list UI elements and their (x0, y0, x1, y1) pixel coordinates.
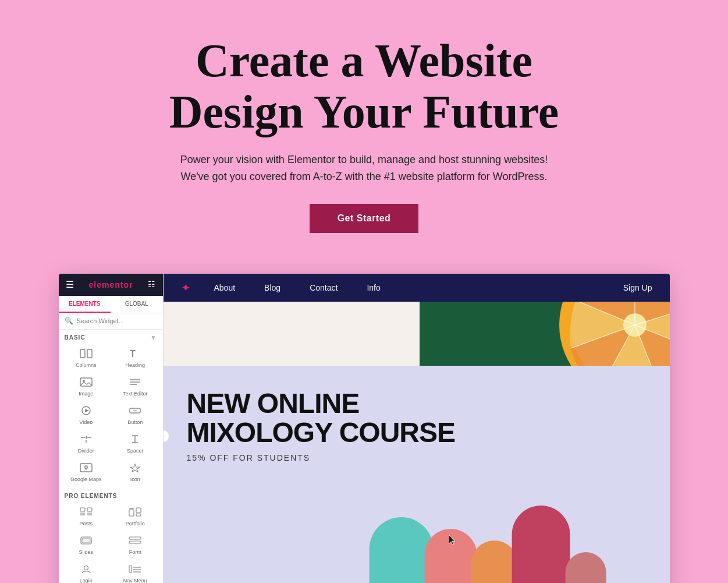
site-hero-top (164, 302, 670, 366)
site-nav-info[interactable]: Info (367, 283, 380, 292)
widget-posts-label: Posts (79, 521, 93, 527)
widget-video[interactable]: Video (62, 400, 111, 427)
image-icon (80, 376, 93, 390)
svg-rect-31 (129, 508, 134, 509)
widget-heading[interactable]: T Heading (111, 343, 159, 370)
site-course-section: NEW ONLINE MIXOLOGY COURSE 15% OFF FOR S… (164, 366, 670, 583)
svg-text:T: T (130, 349, 136, 358)
hero-subtitle: Power your vision with Elementor to buil… (12, 151, 716, 185)
widget-image-label: Image (79, 391, 93, 397)
shape-coral (471, 540, 517, 583)
widget-nav-menu[interactable]: Nav Menu (111, 559, 159, 583)
posts-icon (80, 506, 93, 520)
widget-login-label: Login (80, 578, 93, 583)
pro-section-header: PRO ELEMENTS (59, 488, 163, 501)
search-icon: 🔍 (65, 317, 73, 326)
widget-button[interactable]: Button (111, 400, 159, 427)
svg-rect-0 (80, 349, 85, 358)
site-hero-right (420, 302, 670, 366)
widget-button-label: Button (127, 419, 143, 425)
svg-rect-34 (129, 537, 141, 539)
widget-portfolio-label: Portfolio (126, 521, 145, 527)
widget-icon-label: Icon (130, 476, 140, 482)
svg-rect-1 (87, 349, 92, 358)
svg-point-20 (85, 466, 87, 468)
video-icon (80, 405, 93, 418)
svg-rect-28 (129, 510, 134, 516)
svg-marker-9 (85, 409, 89, 412)
svg-rect-29 (136, 508, 141, 513)
widget-image[interactable]: Image (62, 372, 111, 399)
hamburger-icon[interactable]: ☰ (66, 279, 74, 290)
svg-rect-22 (80, 508, 85, 511)
site-navbar: ✦ About Blog Contact Info Sign Up (164, 274, 670, 302)
get-started-button[interactable]: Get Started (310, 204, 419, 233)
slides-icon (80, 535, 93, 548)
widget-posts[interactable]: Posts (62, 501, 111, 529)
site-hero-left (164, 302, 420, 366)
widget-portfolio[interactable]: Portfolio (111, 501, 159, 529)
divider-icon (80, 433, 93, 447)
site-nav-links: About Blog Contact Info (214, 283, 623, 292)
basic-section-header: BASIC ▼ (59, 330, 163, 343)
site-nav-signup[interactable]: Sign Up (623, 283, 652, 292)
elementor-logo: elementor (89, 280, 133, 289)
site-course-title: NEW ONLINE MIXOLOGY COURSE (187, 389, 647, 448)
site-nav-blog[interactable]: Blog (264, 283, 280, 292)
decorative-shapes (369, 506, 606, 583)
widget-text-editor[interactable]: Text Editor (111, 372, 159, 399)
tab-elements[interactable]: ELEMENTS (59, 296, 111, 313)
widget-google-maps[interactable]: Google Maps (62, 457, 111, 485)
svg-rect-33 (82, 538, 90, 543)
hero-section: Create a Website Design Your Future Powe… (0, 0, 728, 256)
widget-heading-label: Heading (125, 362, 145, 368)
widget-columns[interactable]: Columns (62, 343, 111, 370)
widget-text-editor-label: Text Editor (123, 391, 148, 397)
grid-icon[interactable]: ☷ (148, 280, 155, 289)
citrus-image (507, 302, 670, 366)
widget-slides[interactable]: Slides (62, 530, 111, 557)
columns-icon (80, 348, 93, 361)
shape-pink (512, 506, 570, 583)
widget-video-label: Video (79, 419, 93, 425)
site-nav-contact[interactable]: Contact (310, 283, 338, 292)
search-input[interactable] (77, 317, 157, 324)
widget-form-label: Form (129, 549, 141, 555)
sidebar-tabs: ELEMENTS GLOBAL (59, 296, 163, 313)
form-icon (129, 535, 141, 548)
text-editor-icon (129, 376, 141, 390)
hero-title-line2: Design Your Future (12, 86, 716, 137)
svg-marker-21 (130, 464, 140, 472)
site-course-subtitle: 15% OFF FOR STUDENTS (187, 453, 647, 462)
sidebar-search-bar: 🔍 (59, 313, 163, 330)
button-icon (129, 405, 141, 418)
tab-global[interactable]: GLOBAL (111, 296, 163, 313)
site-canvas: ‹ ✦ About Blog Contact Info Sign Up (164, 274, 670, 583)
widget-spacer-label: Spacer (127, 448, 144, 454)
widget-divider-label: Divider (78, 448, 94, 454)
login-icon (80, 563, 93, 577)
shape-teal (369, 517, 433, 583)
svg-point-36 (84, 566, 88, 570)
widget-columns-label: Columns (76, 362, 97, 368)
svg-rect-3 (80, 378, 92, 386)
widget-spacer[interactable]: Spacer (111, 429, 159, 456)
widget-form[interactable]: Form (111, 530, 159, 557)
svg-rect-37 (129, 566, 132, 573)
nav-menu-icon (129, 563, 141, 577)
widget-login[interactable]: Login (62, 559, 111, 583)
site-logo-icon[interactable]: ✦ (181, 281, 191, 295)
hero-title-line1: Create a Website (12, 35, 716, 86)
chevron-down-icon[interactable]: ▼ (151, 334, 157, 341)
shape-peach (565, 552, 606, 583)
widget-divider[interactable]: Divider (62, 429, 111, 456)
site-nav-about[interactable]: About (214, 283, 236, 292)
heading-icon: T (129, 348, 141, 361)
pro-widgets-grid: Posts Portfolio Slides For (59, 501, 163, 583)
cursor-icon (449, 535, 457, 546)
widget-google-maps-label: Google Maps (70, 476, 102, 482)
portfolio-icon (129, 506, 141, 520)
google-maps-icon (80, 462, 93, 475)
widget-icon[interactable]: Icon (111, 457, 159, 485)
icon-widget-icon (129, 462, 141, 475)
